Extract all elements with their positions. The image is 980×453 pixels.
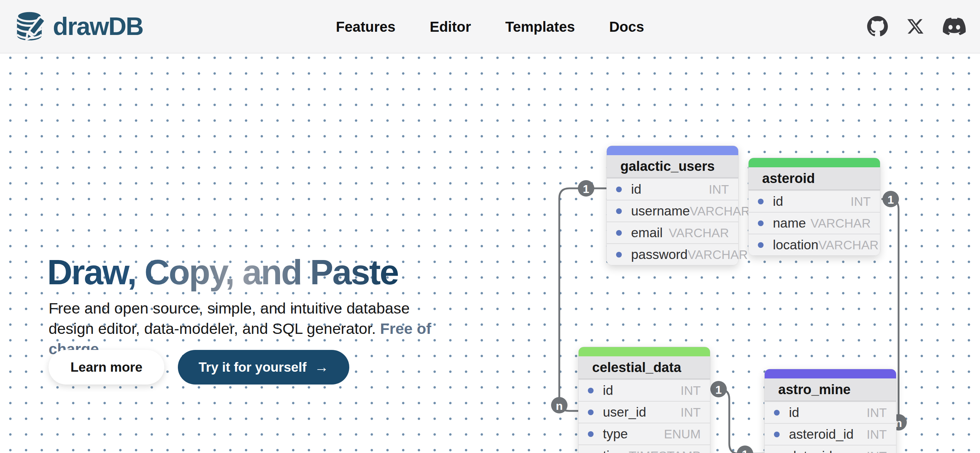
field-row: password VARCHAR: [607, 243, 738, 265]
hero-buttons: Learn more Try it for yourself→: [49, 350, 349, 385]
field-type: INT: [681, 383, 701, 398]
field-row: email VARCHAR: [607, 222, 738, 243]
field-dot-icon: [758, 220, 764, 226]
table-asteroid: asteroid id INT name VARCHAR location VA…: [748, 158, 880, 256]
table-accent-strip: [607, 146, 738, 155]
nav-link-features[interactable]: Features: [336, 19, 396, 35]
table-title: astro_mine: [765, 379, 896, 401]
svg-text:1: 1: [583, 183, 589, 195]
field-type: INT: [681, 405, 701, 420]
brand-logo[interactable]: drawDB: [14, 9, 143, 44]
field-type: INT: [851, 195, 871, 209]
field-dot-icon: [774, 432, 780, 437]
nav-link-docs[interactable]: Docs: [609, 19, 644, 35]
field-type: INT: [709, 182, 729, 196]
svg-text:1: 1: [888, 193, 894, 206]
x-twitter-icon[interactable]: [907, 17, 924, 35]
field-name: name: [773, 216, 806, 231]
field-row: type ENUM: [579, 423, 710, 444]
field-row: id INT: [749, 190, 880, 212]
field-name: user_id: [603, 405, 646, 420]
field-type: VARCHAR: [819, 238, 879, 252]
discord-icon[interactable]: [943, 15, 966, 38]
cardinality-badge: 1: [883, 191, 899, 207]
table-accent-strip: [765, 369, 896, 379]
field-type: TIMESTAMP: [628, 449, 701, 453]
hero-title: Draw, Copy, and Paste: [47, 252, 398, 293]
field-dot-icon: [758, 242, 764, 248]
field-name: id: [631, 182, 641, 197]
field-row: user_id INT: [579, 401, 710, 423]
field-name: time: [603, 448, 628, 453]
field-dot-icon: [588, 388, 593, 393]
github-icon[interactable]: [867, 16, 888, 37]
svg-text:1: 1: [742, 448, 748, 453]
table-accent-strip: [749, 158, 880, 167]
field-row: id INT: [765, 401, 896, 423]
field-dot-icon: [616, 208, 622, 214]
field-name: username: [631, 204, 690, 219]
table-accent-strip: [579, 347, 710, 356]
field-dot-icon: [616, 187, 622, 192]
try-it-label: Try it for yourself: [199, 360, 306, 375]
hero-subtitle-text: Free and open source, simple, and intuit…: [49, 299, 410, 337]
field-type: VARCHAR: [668, 226, 729, 240]
field-row: location VARCHAR: [749, 234, 880, 255]
hero-section: Draw, Copy, and Paste Free and open sour…: [0, 54, 980, 453]
table-title: asteroid: [749, 167, 880, 190]
field-row: asteroid_id INT: [765, 423, 896, 445]
nav-links: Features Editor Templates Docs: [336, 0, 644, 54]
svg-text:n: n: [556, 399, 563, 412]
field-type: INT: [867, 427, 887, 442]
field-type: VARCHAR: [687, 247, 748, 262]
field-dot-icon: [588, 409, 593, 415]
cardinality-badge: n: [551, 397, 568, 413]
table-title: galactic_users: [607, 155, 738, 178]
field-name: location: [773, 238, 819, 253]
field-row: id INT: [579, 379, 710, 401]
table-celestial-data: celestial_data id INT user_id INT type E…: [578, 347, 710, 453]
field-type: INT: [867, 405, 887, 420]
field-name: type: [603, 427, 628, 442]
field-dot-icon: [616, 230, 622, 236]
field-type: VARCHAR: [810, 216, 871, 230]
arrow-right-icon: →: [314, 359, 329, 375]
field-row: data_id INT: [765, 445, 896, 453]
table-title: celestial_data: [579, 356, 710, 379]
field-name: data_id: [789, 449, 832, 453]
drawdb-logo-icon: [14, 9, 49, 44]
navbar: drawDB Features Editor Templates Docs: [0, 0, 980, 54]
field-type: ENUM: [664, 427, 701, 441]
try-it-button[interactable]: Try it for yourself→: [178, 350, 349, 385]
field-name: password: [631, 247, 687, 262]
field-row: name VARCHAR: [749, 212, 880, 234]
cardinality-badge: 1: [737, 445, 753, 453]
social-links: [867, 15, 966, 38]
table-galactic-users: galactic_users id INT username VARCHAR e…: [606, 146, 738, 265]
field-name: id: [773, 194, 783, 209]
field-dot-icon: [758, 199, 764, 204]
field-name: email: [631, 225, 662, 241]
field-name: asteroid_id: [789, 427, 854, 442]
brand-name: drawDB: [53, 12, 143, 41]
field-name: id: [789, 405, 799, 420]
svg-text:1: 1: [715, 383, 722, 396]
nav-link-editor[interactable]: Editor: [430, 19, 471, 35]
field-dot-icon: [774, 410, 780, 415]
field-row: time TIMESTAMP: [579, 444, 710, 453]
table-astro-mine: astro_mine id INT asteroid_id INT data_i…: [764, 369, 896, 453]
cardinality-badge: 1: [578, 180, 594, 196]
field-row: id INT: [607, 178, 738, 200]
field-type: VARCHAR: [690, 204, 750, 218]
field-dot-icon: [588, 431, 593, 437]
nav-link-templates[interactable]: Templates: [505, 19, 575, 35]
field-row: username VARCHAR: [607, 200, 738, 222]
learn-more-button[interactable]: Learn more: [49, 350, 164, 385]
field-name: id: [603, 383, 613, 398]
cardinality-badge: 1: [710, 381, 727, 398]
field-type: INT: [867, 449, 887, 453]
field-dot-icon: [616, 252, 622, 258]
